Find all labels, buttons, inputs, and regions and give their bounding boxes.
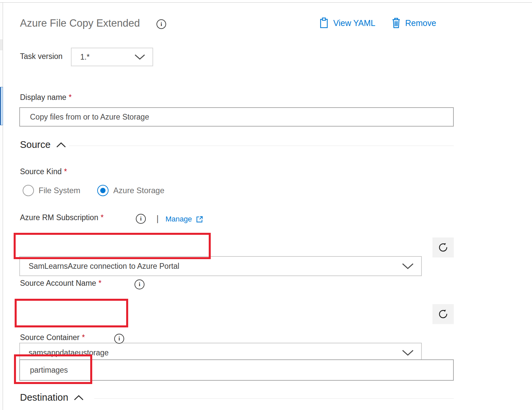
subscription-select[interactable]: SamLearnsAzure connection to Azure Porta… xyxy=(19,256,422,276)
chevron-up-icon xyxy=(56,142,66,148)
page-title: Azure File Copy Extended xyxy=(20,17,140,29)
task-list-edge xyxy=(0,3,3,410)
refresh-icon xyxy=(438,309,448,319)
source-section-divider xyxy=(69,146,454,146)
panel-top-border xyxy=(0,2,532,3)
task-version-value: 1.* xyxy=(80,53,90,62)
task-list-item-edge xyxy=(0,39,3,50)
chevron-down-icon xyxy=(401,349,414,356)
remove-label: Remove xyxy=(405,18,436,28)
source-kind-radio-group: File System Azure Storage xyxy=(23,185,164,196)
display-name-label: Display name xyxy=(20,93,66,102)
required-asterisk: * xyxy=(101,213,104,222)
manage-link[interactable]: Manage xyxy=(165,215,203,223)
container-label: Source Container xyxy=(20,333,80,342)
task-version-select[interactable]: 1.* xyxy=(71,48,153,66)
radio-file-system-label: File System xyxy=(39,186,80,195)
subscription-value: SamLearnsAzure connection to Azure Porta… xyxy=(29,262,179,271)
separator: | xyxy=(156,214,159,223)
required-asterisk: * xyxy=(99,279,102,288)
refresh-account-button[interactable] xyxy=(432,304,454,324)
annotation-highlight xyxy=(15,299,128,327)
account-name-value: samsappdataeustorage xyxy=(29,348,109,357)
external-link-icon xyxy=(196,215,203,223)
source-kind-label: Source Kind xyxy=(20,167,62,176)
source-section-title: Source xyxy=(20,139,51,150)
info-icon[interactable]: i xyxy=(156,19,166,29)
destination-section-divider xyxy=(94,398,454,399)
display-name-input[interactable] xyxy=(19,107,454,127)
selected-task-indicator[interactable] xyxy=(0,87,3,125)
source-section-header[interactable]: Source xyxy=(20,139,66,150)
remove-button[interactable]: Remove xyxy=(391,17,436,29)
info-icon[interactable]: i xyxy=(134,279,144,289)
manage-link-label: Manage xyxy=(165,215,192,223)
required-asterisk: * xyxy=(82,333,85,342)
trash-icon xyxy=(391,17,401,29)
view-yaml-label: View YAML xyxy=(333,18,375,28)
info-icon[interactable]: i xyxy=(114,334,124,344)
chevron-down-icon xyxy=(401,262,414,270)
annotation-highlight xyxy=(14,233,211,259)
required-asterisk: * xyxy=(64,167,67,176)
task-version-label: Task version xyxy=(20,52,63,61)
account-name-label: Source Account Name xyxy=(20,279,96,288)
radio-azure-storage[interactable]: Azure Storage xyxy=(97,185,164,196)
radio-unselected-icon xyxy=(23,185,34,196)
radio-azure-storage-label: Azure Storage xyxy=(113,186,164,195)
info-icon[interactable]: i xyxy=(136,214,146,224)
required-asterisk: * xyxy=(69,93,72,102)
destination-section-header[interactable]: Destination xyxy=(20,392,84,403)
chevron-up-icon xyxy=(74,395,84,401)
view-yaml-button[interactable]: View YAML xyxy=(319,17,375,29)
refresh-subscription-button[interactable] xyxy=(432,237,454,257)
radio-selected-icon xyxy=(97,185,109,196)
clipboard-icon xyxy=(319,17,329,29)
container-input[interactable] xyxy=(19,359,454,381)
destination-section-title: Destination xyxy=(20,392,68,403)
chevron-down-icon xyxy=(134,54,146,60)
subscription-label: Azure RM Subscription xyxy=(20,213,98,222)
radio-file-system[interactable]: File System xyxy=(23,185,80,196)
refresh-icon xyxy=(438,242,448,253)
